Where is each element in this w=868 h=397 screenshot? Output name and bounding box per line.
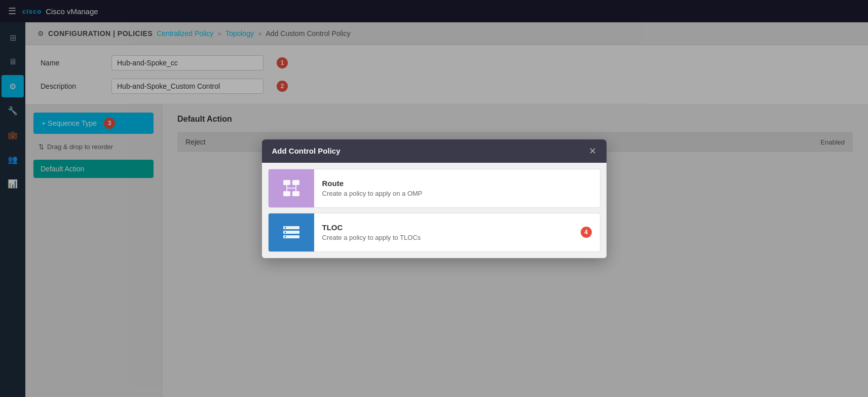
modal-title: Add Control Policy	[272, 147, 341, 155]
tloc-option-name: TLOC	[322, 223, 570, 232]
svg-rect-1	[292, 180, 299, 185]
svg-point-10	[284, 227, 286, 229]
route-icon	[269, 169, 314, 207]
svg-point-11	[284, 232, 286, 233]
svg-rect-3	[292, 191, 299, 196]
add-control-policy-modal: Add Control Policy ✕	[262, 139, 607, 258]
route-option-desc: Create a policy to apply on a OMP	[322, 190, 592, 197]
tloc-option-desc: Create a policy to apply to TLOCs	[322, 234, 570, 241]
tloc-icon	[269, 213, 314, 251]
tloc-policy-option[interactable]: TLOC Create a policy to apply to TLOCs 4	[268, 213, 600, 252]
svg-rect-2	[283, 191, 290, 196]
modal-overlay[interactable]: Add Control Policy ✕	[0, 0, 868, 397]
route-policy-option[interactable]: Route Create a policy to apply on a OMP	[268, 169, 600, 208]
svg-rect-0	[283, 180, 290, 185]
modal-body: Route Create a policy to apply on a OMP	[262, 163, 607, 258]
tloc-option-text: TLOC Create a policy to apply to TLOCs	[314, 217, 578, 247]
svg-point-12	[284, 236, 286, 238]
modal-close-button[interactable]: ✕	[589, 147, 596, 156]
modal-header: Add Control Policy ✕	[262, 139, 607, 163]
route-option-text: Route Create a policy to apply on a OMP	[314, 173, 600, 203]
route-option-name: Route	[322, 179, 592, 188]
tloc-badge: 4	[581, 227, 592, 238]
